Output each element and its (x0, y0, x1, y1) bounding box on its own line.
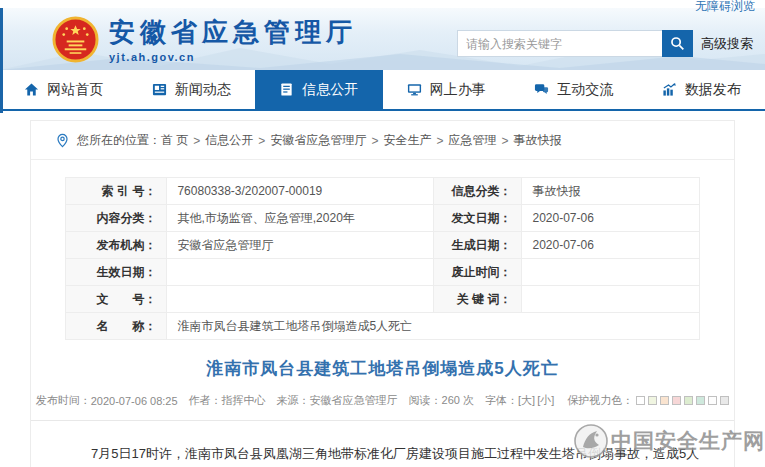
national-emblem-logo (52, 16, 99, 63)
table-row: 生效日期： 废止时间： (66, 259, 700, 286)
index-number-label: 索 引 号： (66, 178, 167, 205)
nav-label: 网站首页 (47, 81, 103, 99)
index-number-value: 76080338-3/202007-00019 (167, 178, 433, 205)
accessibility-link[interactable]: 无障碍浏览 (695, 0, 755, 15)
breadcrumb: 您所在的位置： 首 页 > 信息公开 > 安徽省应急管理厅 > 安全生产 > 应… (31, 121, 734, 160)
nav-label: 数据发布 (685, 81, 741, 99)
document-icon (279, 82, 294, 97)
name-label: 名 称： (66, 313, 167, 340)
article-meta-line: 发布时间： 2020-07-06 08:25 作者： 指挥中心 来源： 安徽省应… (31, 393, 734, 408)
search-icon (670, 36, 685, 51)
author-label: 作者： (189, 393, 222, 408)
nav-item-interaction[interactable]: 互动交流 (510, 70, 638, 109)
views-label: 阅读： (409, 393, 442, 408)
generated-date-label: 生成日期： (433, 232, 522, 259)
main-nav: 网站首页 新闻动态 信息公开 网上办事 (0, 70, 765, 111)
watermark-logo-icon (573, 423, 609, 459)
eye-color-swatch[interactable] (720, 396, 729, 405)
table-row: 内容分类： 其他,市场监管、应急管理,2020年 发文日期： 2020-07-0… (66, 205, 700, 232)
watermark-text: 中国安全生产网 (611, 427, 765, 455)
author-value: 指挥中心 (222, 393, 266, 408)
chart-icon (662, 82, 677, 97)
site-title: 安徽省应急管理厅 (109, 15, 357, 50)
eye-color-swatch[interactable] (696, 396, 705, 405)
breadcrumb-item-accident-report[interactable]: 事故快报 (513, 132, 561, 149)
breadcrumb-item-emergency[interactable]: 应急管理 (448, 132, 496, 149)
eye-color-swatch[interactable] (672, 396, 681, 405)
chat-icon (534, 82, 549, 97)
info-category-label: 信息分类： (433, 178, 522, 205)
table-row: 发布机构： 安徽省应急管理厅 生成日期： 2020-07-06 (66, 232, 700, 259)
publisher-label: 发布机构： (66, 232, 167, 259)
nav-item-online-services[interactable]: 网上办事 (383, 70, 511, 109)
table-row: 文 号： 关 键 词： (66, 286, 700, 313)
nav-label: 网上办事 (430, 81, 486, 99)
nav-item-news[interactable]: 新闻动态 (128, 70, 256, 109)
eye-color-swatch[interactable] (684, 396, 693, 405)
top-strip: 无障碍浏览 (0, 0, 765, 8)
table-row: 名 称： 淮南市凤台县建筑工地塔吊倒塌造成5人死亡 (66, 313, 700, 340)
watermark: 中国安全生产网 (573, 423, 765, 459)
nav-label: 互动交流 (557, 81, 613, 99)
keywords-value (522, 286, 700, 313)
eye-color-swatch[interactable] (660, 396, 669, 405)
location-pin-icon (55, 133, 70, 148)
content-card: 您所在的位置： 首 页 > 信息公开 > 安徽省应急管理厅 > 安全生产 > 应… (30, 120, 735, 467)
table-row: 索 引 号： 76080338-3/202007-00019 信息分类： 事故快… (66, 178, 700, 205)
info-category-value: 事故快报 (522, 178, 700, 205)
name-value: 淮南市凤台县建筑工地塔吊倒塌造成5人死亡 (167, 313, 700, 340)
article-title: 淮南市凤台县建筑工地塔吊倒塌造成5人死亡 (31, 357, 734, 380)
news-icon (152, 82, 167, 97)
advanced-search-link[interactable]: 高级搜索 (701, 35, 753, 53)
generated-date-value: 2020-07-06 (522, 232, 700, 259)
abolition-date-label: 废止时间： (433, 259, 522, 286)
font-size-label: 字体： (485, 393, 518, 408)
nav-label: 新闻动态 (175, 81, 231, 99)
effective-date-label: 生效日期： (66, 259, 167, 286)
metadata-table-wrap: 索 引 号： 76080338-3/202007-00019 信息分类： 事故快… (31, 160, 734, 340)
font-small-button[interactable]: [小] (537, 393, 554, 408)
abolition-date-value (522, 259, 700, 286)
breadcrumb-item-info[interactable]: 信息公开 (205, 132, 253, 149)
breadcrumb-separator: > (193, 134, 200, 148)
nav-label: 信息公开 (302, 81, 358, 99)
doc-number-label: 文 号： (66, 286, 167, 313)
content-category-value: 其他,市场监管、应急管理,2020年 (167, 205, 433, 232)
publish-time-label: 发布时间： (36, 393, 91, 408)
font-large-button[interactable]: [大] (518, 393, 535, 408)
search-input[interactable] (457, 30, 662, 57)
nav-item-info-disclosure[interactable]: 信息公开 (255, 70, 383, 109)
issue-date-label: 发文日期： (433, 205, 522, 232)
doc-number-value (167, 286, 433, 313)
issue-date-value: 2020-07-06 (522, 205, 700, 232)
eye-color-swatch[interactable] (708, 396, 717, 405)
metadata-table: 索 引 号： 76080338-3/202007-00019 信息分类： 事故快… (65, 177, 700, 340)
breadcrumb-separator: > (258, 134, 265, 148)
search-area: 高级搜索 (457, 30, 753, 57)
breadcrumb-prefix: 您所在的位置： (77, 132, 161, 149)
views-value: 260 次 (442, 393, 474, 408)
effective-date-value (167, 259, 433, 286)
nav-item-data-release[interactable]: 数据发布 (638, 70, 765, 109)
source-label: 来源： (277, 393, 310, 408)
source-value: 安徽省应急管理厅 (310, 393, 398, 408)
site-url: yjt.ah.gov.cn (109, 51, 357, 63)
content-category-label: 内容分类： (66, 205, 167, 232)
breadcrumb-item-home[interactable]: 首 页 (161, 132, 188, 149)
nav-item-home[interactable]: 网站首页 (0, 70, 128, 109)
search-button[interactable] (662, 30, 693, 57)
eye-color-swatch[interactable] (636, 396, 645, 405)
breadcrumb-separator: > (501, 134, 508, 148)
publish-time-value: 2020-07-06 08:25 (91, 395, 178, 407)
monitor-icon (407, 82, 422, 97)
breadcrumb-item-department[interactable]: 安徽省应急管理厅 (270, 132, 366, 149)
site-header: 安徽省应急管理厅 yjt.ah.gov.cn 高级搜索 (0, 8, 765, 70)
page-edge-accent (0, 8, 3, 113)
breadcrumb-separator: > (436, 134, 443, 148)
eye-protect-label: 保护视力色： (567, 393, 633, 408)
breadcrumb-separator: > (371, 134, 378, 148)
eye-color-swatch[interactable] (648, 396, 657, 405)
publisher-value: 安徽省应急管理厅 (167, 232, 433, 259)
breadcrumb-item-safety[interactable]: 安全生产 (383, 132, 431, 149)
keywords-label: 关 键 词： (433, 286, 522, 313)
